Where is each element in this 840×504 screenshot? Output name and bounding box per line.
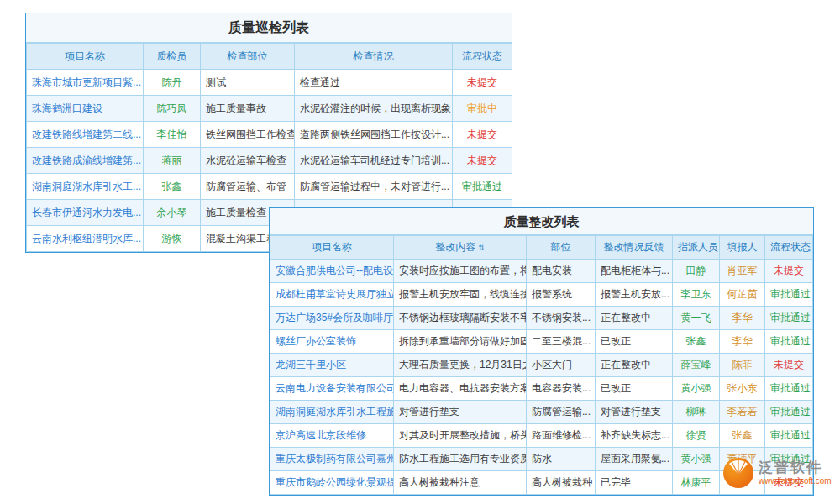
column-header-content[interactable]: 整改内容⇅ xyxy=(394,236,527,260)
cell-situation: 水泥砼运输车司机经过专门培训... xyxy=(295,148,453,174)
column-header-label: 填报人 xyxy=(727,241,758,253)
inspection-header-row: 项目名称质检员检查部位检查情况流程状态 xyxy=(27,44,512,70)
column-header-label: 检查情况 xyxy=(354,50,394,62)
fanpu-logo: 泛普软件 www.fanpusoft.com xyxy=(722,457,832,489)
sort-icon[interactable]: ⇅ xyxy=(478,244,485,252)
cell-content: 高大树被栽种注意 xyxy=(394,471,527,495)
cell-part: 防腐管运输... xyxy=(527,401,596,424)
cell-project[interactable]: 云南水利枢纽潜明水库... xyxy=(27,226,144,252)
table-row: 安徽合肥供电公司--配电设备...安装时应按施工图的布置，将...配电安装配电柜… xyxy=(270,260,813,283)
cell-assignee: 田静 xyxy=(673,260,720,283)
cell-project[interactable]: 京沪高速北京段维修 xyxy=(270,424,394,448)
cell-content: 大理石质量更换，12月31日之... xyxy=(394,354,527,377)
cell-filler: 陈菲 xyxy=(720,354,765,377)
cell-project[interactable]: 重庆太极制药有限公司嘉州中... xyxy=(270,448,394,471)
logo-url: www.fanpusoft.com xyxy=(759,476,832,486)
cell-project[interactable]: 湖南洞庭湖水库引水工程施工... xyxy=(270,401,394,424)
column-header-feedback: 整改情况反馈 xyxy=(596,236,673,260)
cell-part: 路面维修检... xyxy=(527,424,596,448)
column-header-label: 质检员 xyxy=(157,50,187,62)
cell-part: 防腐管运输、布管 xyxy=(201,174,295,200)
table-row: 珠海鹤洲口建设陈巧凤施工质量事故水泥砼灌注的时候，出现离析现象审批中 xyxy=(27,96,512,122)
cell-project[interactable]: 长春市伊通河水力发电... xyxy=(27,200,144,226)
cell-project[interactable]: 云南电力设备安装有限公司20... xyxy=(270,377,394,401)
cell-part: 高大树被栽种 xyxy=(527,471,596,495)
cell-content: 防水工程施工选用有专业资质... xyxy=(394,448,527,471)
rectify-table-title: 质量整改列表 xyxy=(270,208,813,235)
inspection-table-title: 质量巡检列表 xyxy=(26,13,512,43)
cell-part: 不锈钢安装... xyxy=(527,307,596,330)
cell-assignee: 薛宝峰 xyxy=(673,354,720,377)
table-row: 京沪高速北京段维修对其及时开展整改措施，桥头...路面维修检...补齐缺失标志.… xyxy=(270,424,813,448)
cell-inspector: 余小琴 xyxy=(144,200,201,226)
cell-status: 未提交 xyxy=(453,70,512,96)
cell-inspector: 张鑫 xyxy=(144,174,201,200)
cell-part: 二至三楼混... xyxy=(527,330,596,354)
column-header-label: 整改情况反馈 xyxy=(604,241,664,253)
cell-status: 审批通过 xyxy=(765,283,813,307)
quality-rectify-panel: 质量整改列表 项目名称整改内容⇅部位整改情况反馈指派人员填报人流程状态 安徽合肥… xyxy=(269,207,814,496)
cell-feedback: 已改正 xyxy=(596,377,673,401)
cell-status: 未提交 xyxy=(765,260,813,283)
column-header-filler: 填报人 xyxy=(720,236,765,260)
table-row: 珠海市城市更新项目紫...陈丹测试检查通过未提交 xyxy=(27,70,512,96)
column-header-project: 项目名称 xyxy=(270,236,394,260)
cell-content: 拆除到承重墙部分请做好加固... xyxy=(394,330,527,354)
cell-project[interactable]: 改建铁路成渝线增建第... xyxy=(27,148,144,174)
cell-content: 电力电容器、电抗器安装方案... xyxy=(394,377,527,401)
cell-project[interactable]: 安徽合肥供电公司--配电设备... xyxy=(270,260,394,283)
cell-project[interactable]: 螺丝厂办公室装饰 xyxy=(270,330,394,354)
cell-content: 安装时应按施工图的布置，将... xyxy=(394,260,527,283)
table-row: 万达广场35#会所及咖啡厅空...不锈钢边框玻璃隔断安装不牢...不锈钢安装..… xyxy=(270,307,813,330)
table-row: 龙湖三千里小区大理石质量更换，12月31日之...小区大门正在整改中薛宝峰陈菲未… xyxy=(270,354,813,377)
cell-status: 未提交 xyxy=(765,354,813,377)
cell-assignee: 黄小强 xyxy=(673,448,720,471)
cell-part: 水泥砼运输车检查 xyxy=(201,148,295,174)
cell-part: 电容器安装... xyxy=(527,377,596,401)
cell-project[interactable]: 龙湖三千里小区 xyxy=(270,354,394,377)
cell-project[interactable]: 珠海鹤洲口建设 xyxy=(27,96,144,122)
cell-filler: 李若若 xyxy=(720,401,765,424)
cell-inspector: 陈丹 xyxy=(144,70,201,96)
column-header-label: 部位 xyxy=(551,241,571,253)
cell-inspector: 蒋丽 xyxy=(144,148,201,174)
cell-feedback: 正在整改中 xyxy=(596,354,673,377)
cell-assignee: 张鑫 xyxy=(673,330,720,354)
cell-project[interactable]: 重庆市鹅岭公园绿化景观提升... xyxy=(270,471,394,495)
cell-project[interactable]: 成都杜甫草堂诗史展厅独立展... xyxy=(270,283,394,307)
cell-assignee: 柳琳 xyxy=(673,401,720,424)
cell-feedback: 正在整改中 xyxy=(596,307,673,330)
cell-situation: 检查通过 xyxy=(295,70,453,96)
cell-project[interactable]: 万达广场35#会所及咖啡厅空... xyxy=(270,307,394,330)
cell-situation: 道路两侧铁丝网围挡工作按设计... xyxy=(295,122,453,148)
fanpu-logo-text: 泛普软件 www.fanpusoft.com xyxy=(759,459,832,486)
cell-feedback: 屋面采用聚氨... xyxy=(596,448,673,471)
cell-part: 报警系统 xyxy=(527,283,596,307)
cell-feedback: 已改正 xyxy=(596,330,673,354)
cell-status: 审批中 xyxy=(453,96,512,122)
cell-content: 对其及时开展整改措施，桥头... xyxy=(394,424,527,448)
column-header-status: 流程状态 xyxy=(453,44,512,70)
cell-feedback: 补齐缺失标志... xyxy=(596,424,673,448)
cell-feedback: 已完毕 xyxy=(596,471,673,495)
fanpu-logo-icon xyxy=(722,457,754,489)
cell-feedback: 对管进行垫支 xyxy=(596,401,673,424)
cell-feedback: 配电柜柜体与... xyxy=(596,260,673,283)
cell-assignee: 徐贤 xyxy=(673,424,720,448)
column-header-label: 流程状态 xyxy=(462,50,502,62)
cell-project[interactable]: 改建铁路线增建第二线... xyxy=(27,122,144,148)
table-row: 成都杜甫草堂诗史展厅独立展...报警主机安放牢固，线缆连接...报警系统报警主机… xyxy=(270,283,813,307)
cell-project[interactable]: 珠海市城市更新项目紫... xyxy=(27,70,144,96)
column-header-label: 流程状态 xyxy=(770,241,811,253)
cell-status: 审批通过 xyxy=(765,377,813,401)
cell-filler: 张鑫 xyxy=(720,424,765,448)
cell-part: 小区大门 xyxy=(527,354,596,377)
cell-inspector: 李佳怡 xyxy=(144,122,201,148)
column-header-label: 项目名称 xyxy=(312,241,352,253)
cell-part: 防水 xyxy=(527,448,596,471)
table-row: 湖南洞庭湖水库引水工程施工...对管进行垫支防腐管运输...对管进行垫支柳琳李若… xyxy=(270,401,813,424)
column-header-label: 检查部位 xyxy=(228,50,268,62)
cell-status: 审批通过 xyxy=(765,330,813,354)
cell-project[interactable]: 湖南洞庭湖水库引水工... xyxy=(27,174,144,200)
cell-inspector: 陈巧凤 xyxy=(144,96,201,122)
